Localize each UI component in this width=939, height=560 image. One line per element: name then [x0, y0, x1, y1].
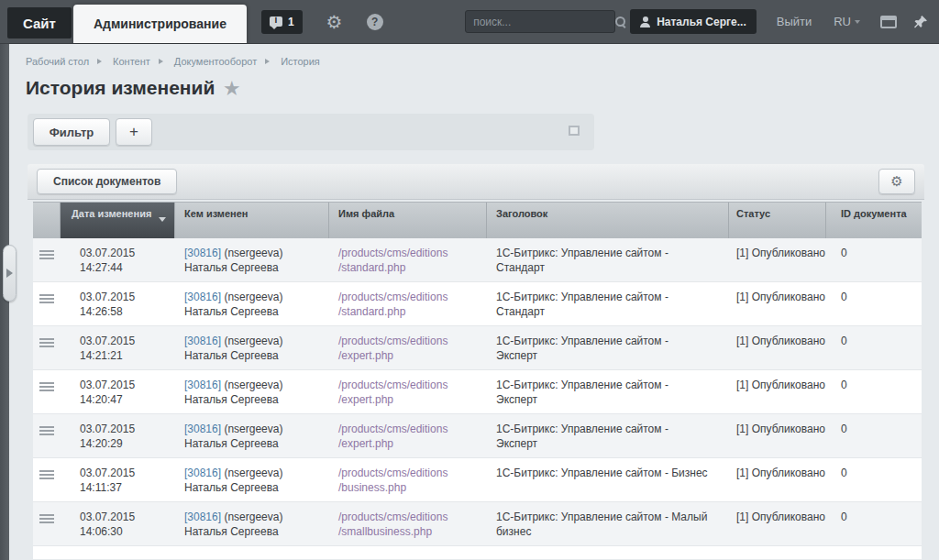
row-actions-menu-icon[interactable]: [39, 338, 54, 347]
file-path-link[interactable]: /products/cms/editions: [338, 334, 487, 348]
grid-settings-gear-button[interactable]: ⚙: [878, 169, 915, 194]
file-name-link[interactable]: /smallbusiness.php: [338, 524, 487, 539]
row-menu-cell: [33, 458, 61, 501]
tab-administration[interactable]: Администрирование: [73, 5, 247, 43]
file-path-link[interactable]: /products/cms/editions: [338, 246, 487, 260]
file-name-link[interactable]: /expert.php: [338, 392, 487, 407]
user-id-link[interactable]: [30816]: [184, 511, 221, 523]
table-row[interactable]: 03.07.2015 14:21:21 [30816] (nsergeeva) …: [33, 326, 922, 370]
file-name-link[interactable]: /business.php: [338, 480, 487, 495]
modified-by-cell: [30816] (nsergeeva) Наталья Сергеева: [175, 238, 329, 281]
user-login: (nsergeeva): [224, 511, 282, 523]
notifications-icon: [270, 16, 282, 27]
language-label: RU: [834, 15, 851, 28]
file-name-link[interactable]: /expert.php: [338, 436, 487, 451]
user-icon: [640, 16, 650, 27]
panel-settings-icon[interactable]: [880, 16, 897, 28]
date-value: 03.07.2015: [80, 290, 175, 304]
row-actions-menu-icon[interactable]: [39, 514, 54, 523]
breadcrumb-workflow[interactable]: Документооборот: [174, 56, 257, 67]
user-login: (nsergeeva): [224, 423, 282, 435]
row-menu-cell: [33, 282, 61, 325]
date-cell: 03.07.2015 14:27:44: [61, 238, 175, 281]
doc-title-cell: 1С-Битрикс: Управление сайтом - Стандарт: [487, 282, 729, 325]
doc-title-cell: 1С-Битрикс: Управление сайтом - Бизнес: [487, 458, 729, 501]
breadcrumb: Рабочий стол Контент Документооборот Ист…: [26, 56, 320, 67]
breadcrumb-content[interactable]: Контент: [113, 56, 150, 67]
row-actions-menu-icon[interactable]: [39, 426, 54, 435]
row-actions-menu-icon[interactable]: [39, 470, 54, 479]
user-id-link[interactable]: [30816]: [184, 379, 221, 391]
table-row[interactable]: 03.07.2015 14:20:47 [30816] (nsergeeva) …: [33, 370, 922, 414]
language-selector[interactable]: RU: [834, 15, 860, 28]
favorite-star-icon[interactable]: ★: [224, 78, 239, 99]
collapsed-sidebar[interactable]: [0, 44, 9, 560]
main-area: Рабочий стол Контент Документооборот Ист…: [0, 44, 939, 560]
user-fullname: Наталья Сергеева: [184, 348, 329, 363]
search-box[interactable]: [465, 10, 615, 33]
row-actions-menu-icon[interactable]: [39, 382, 54, 391]
header-doc-id[interactable]: ID документа: [826, 203, 922, 238]
row-menu-cell: [33, 502, 61, 545]
file-name-link[interactable]: /standard.php: [338, 304, 487, 319]
doc-id-cell: 0: [826, 282, 922, 325]
user-id-link[interactable]: [30816]: [184, 291, 221, 303]
doc-id-cell: 0: [826, 502, 922, 545]
table-row[interactable]: 03.07.2015 14:11:37 [30816] (nsergeeva) …: [33, 458, 922, 502]
status-cell: [1] Опубликовано: [729, 282, 826, 325]
time-value: 14:06:30: [80, 524, 175, 539]
user-id-link[interactable]: [30816]: [184, 335, 221, 347]
row-actions-menu-icon[interactable]: [39, 250, 54, 259]
table-filler: [33, 546, 922, 559]
user-menu-button[interactable]: Наталья Серге...: [630, 9, 757, 34]
sidebar-expand-handle[interactable]: [3, 245, 17, 302]
chevron-right-icon: [6, 269, 17, 278]
user-login: (nsergeeva): [224, 247, 282, 259]
header-menu-column: [33, 203, 61, 238]
file-name-link[interactable]: /standard.php: [338, 260, 487, 275]
add-filter-button[interactable]: +: [116, 118, 152, 146]
filter-button[interactable]: Фильтр: [33, 118, 110, 146]
logout-link[interactable]: Выйти: [777, 15, 812, 28]
filter-fold-icon[interactable]: [569, 126, 580, 136]
file-cell: /products/cms/editions /standard.php: [329, 238, 487, 281]
user-login: (nsergeeva): [224, 467, 282, 479]
history-table: Дата изменения Кем изменен Имя файла Заг…: [33, 202, 922, 559]
search-input[interactable]: [473, 16, 615, 28]
help-icon[interactable]: ?: [367, 14, 383, 30]
tab-site[interactable]: Сайт: [7, 7, 72, 38]
document-list-tab[interactable]: Список документов: [37, 169, 177, 194]
header-modified-by[interactable]: Кем изменен: [175, 203, 329, 238]
date-value: 03.07.2015: [80, 422, 175, 436]
notifications-button[interactable]: 1: [261, 10, 303, 34]
file-path-link[interactable]: /products/cms/editions: [338, 466, 487, 480]
row-menu-cell: [33, 370, 61, 413]
header-date-modified[interactable]: Дата изменения: [61, 203, 175, 238]
header-title[interactable]: Заголовок: [487, 203, 729, 238]
table-row[interactable]: 03.07.2015 14:26:58 [30816] (nsergeeva) …: [33, 282, 922, 326]
file-path-link[interactable]: /products/cms/editions: [338, 510, 487, 524]
pin-icon[interactable]: [913, 15, 928, 29]
table-row[interactable]: 03.07.2015 14:06:30 [30816] (nsergeeva) …: [33, 502, 922, 546]
file-name-link[interactable]: /expert.php: [338, 348, 487, 363]
file-path-link[interactable]: /products/cms/editions: [338, 378, 487, 392]
filter-bar: Фильтр +: [28, 114, 594, 150]
user-login: (nsergeeva): [224, 291, 282, 303]
status-cell: [1] Опубликовано: [729, 414, 826, 457]
row-actions-menu-icon[interactable]: [39, 294, 54, 303]
file-path-link[interactable]: /products/cms/editions: [338, 290, 487, 304]
file-cell: /products/cms/editions /expert.php: [329, 370, 487, 413]
table-row[interactable]: 03.07.2015 14:27:44 [30816] (nsergeeva) …: [33, 238, 922, 282]
header-file-name[interactable]: Имя файла: [329, 203, 487, 238]
date-value: 03.07.2015: [80, 378, 175, 392]
table-row[interactable]: 03.07.2015 14:20:29 [30816] (nsergeeva) …: [33, 414, 922, 458]
file-path-link[interactable]: /products/cms/editions: [338, 422, 487, 436]
user-fullname: Наталья Сергеева: [184, 436, 329, 451]
doc-title-cell: 1С-Битрикс: Управление сайтом - Эксперт: [487, 414, 729, 457]
header-status[interactable]: Статус: [729, 203, 826, 238]
user-id-link[interactable]: [30816]: [184, 247, 221, 259]
user-id-link[interactable]: [30816]: [184, 467, 221, 479]
breadcrumb-desktop[interactable]: Рабочий стол: [26, 56, 89, 67]
user-id-link[interactable]: [30816]: [184, 423, 221, 435]
settings-gear-icon[interactable]: ⚙: [326, 13, 343, 31]
